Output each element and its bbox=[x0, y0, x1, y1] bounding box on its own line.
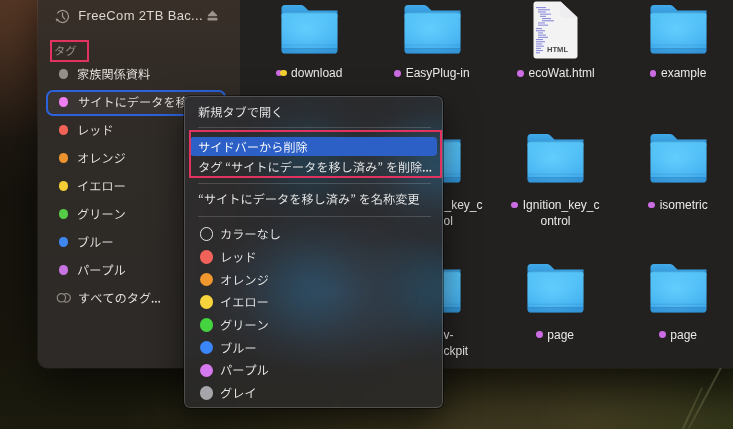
svg-text:HTML: HTML bbox=[547, 45, 568, 54]
